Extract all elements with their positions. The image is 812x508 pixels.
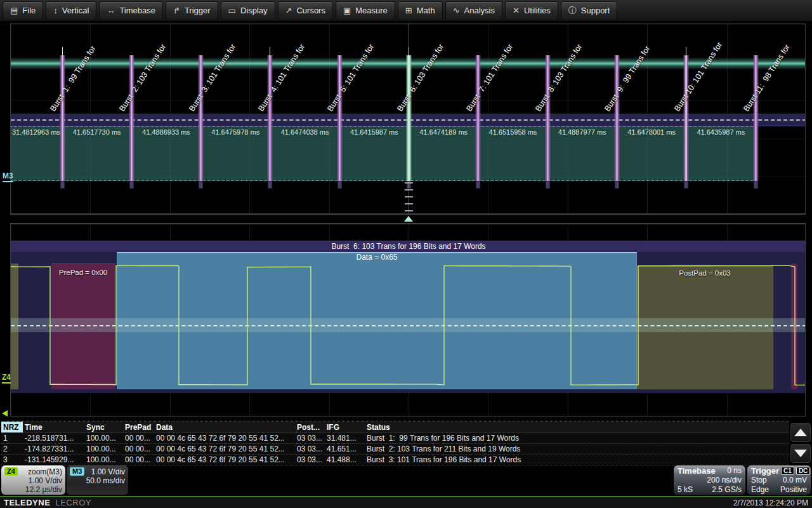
table-row[interactable]: 3 -131.145929... 100.00... 00 00... 00 0… xyxy=(1,455,789,465)
menu-utilities[interactable]: ✕Utilities xyxy=(505,1,558,20)
z4-trace-label[interactable]: Z4 xyxy=(2,373,11,384)
menu-label: Analysis xyxy=(464,6,495,15)
cell-status: Burst 3: 101 Trans for 196 Bits and 17 W… xyxy=(365,455,789,464)
burst-annotation: Burst 8: 103 Trans for xyxy=(534,43,584,113)
interval-time-value: 41.6517730 ms xyxy=(73,128,121,136)
z4-tdiv: 12.2 µs/div xyxy=(4,485,62,494)
cell-nrz: 3 xyxy=(1,455,23,464)
up-arrow-icon xyxy=(794,429,807,436)
column-header-sync: Sync xyxy=(84,423,123,432)
burst-marker xyxy=(267,55,273,181)
trigger-mode: Stop xyxy=(751,476,767,485)
z4-badge: Z4 xyxy=(4,467,18,476)
burst-marker xyxy=(545,55,551,181)
interval-time-value: 41.6415987 ms xyxy=(350,128,398,136)
horizontal-arrows-icon: ↔ xyxy=(107,6,115,15)
menu-label: Timebase xyxy=(119,6,155,15)
menu-label: Vertical xyxy=(62,6,89,15)
burst-marker xyxy=(614,55,620,181)
trigger-position-icon[interactable] xyxy=(404,216,413,222)
menu-file[interactable]: ▤File xyxy=(3,1,43,20)
burst-annotation: Burst 4: 101 Trans for xyxy=(256,43,306,113)
vertical-arrows-icon: ↕ xyxy=(53,6,58,15)
m3-trace-label[interactable]: M3 xyxy=(3,171,13,182)
timebase-title: Timebase xyxy=(678,466,716,476)
down-arrow-icon xyxy=(794,450,807,457)
m3-tdiv: 50.0 ms/div xyxy=(70,476,125,485)
column-header-ifg: IFG xyxy=(325,423,365,432)
menu-math[interactable]: ⊞Math xyxy=(398,1,443,20)
burst-annotation: Burst 7: 101 Trans for xyxy=(464,43,514,113)
menu-label: Math xyxy=(417,6,435,15)
menu-display[interactable]: ▭Display xyxy=(221,1,275,20)
menu-support[interactable]: ⓘSupport xyxy=(561,1,618,20)
timebase-rate: 2.5 GS/s xyxy=(712,485,742,495)
brand-lecroy: LECROY xyxy=(55,498,91,507)
table-scroll-down-button[interactable] xyxy=(790,444,811,463)
menu-vertical[interactable]: ↕Vertical xyxy=(46,1,96,20)
table-row[interactable]: 1 -218.518731... 100.00... 00 00... 00 0… xyxy=(1,433,789,444)
burst-annotation: Burst 5: 101 Trans for xyxy=(325,43,376,113)
trigger-title: Trigger xyxy=(751,466,779,476)
m3-vdiv: 1.00 V/div xyxy=(84,467,125,476)
burst-annotation: Burst 3: 101 Trans for xyxy=(187,43,237,113)
trigger-box[interactable]: Trigger C1DC Stop0.0 mV EdgePositive xyxy=(747,465,811,495)
burst-annotation: Burst 6: 103 Trans for xyxy=(395,43,445,113)
burst-marker xyxy=(683,55,689,181)
interval-time-value: 41.6474038 ms xyxy=(281,128,329,136)
menu-label: Support xyxy=(581,6,610,15)
cell-status: Burst 2: 103 Trans for 211 Bits and 19 W… xyxy=(365,444,789,453)
cell-ifg: 41.488... xyxy=(325,455,365,464)
column-header-post: Post... xyxy=(295,423,325,432)
z4-vdiv: 1.00 V/div xyxy=(4,476,62,485)
m3-descriptor-box[interactable]: M3 1.00 V/div 50.0 ms/div xyxy=(67,465,128,495)
cell-post: 03 03... xyxy=(295,434,325,443)
burst-annotation-line1: Burst 6: 103 Trans for 196 Bits and 17 W… xyxy=(11,242,806,251)
table-scroll-up-button[interactable] xyxy=(790,423,811,442)
burst-annotation: Burst 11: 98 Trans for xyxy=(742,43,792,113)
interval-time-value: 41.6475978 ms xyxy=(211,128,259,136)
burst-annotation: Burst 10: 101 Trans for xyxy=(672,41,724,113)
cell-sync: 100.00... xyxy=(84,434,123,443)
z4-descriptor-box[interactable]: Z4 zoom(M3) 1.00 V/div 12.2 µs/div xyxy=(1,465,65,495)
oscilloscope-app: ▤File ↕Vertical ↔Timebase ↱Trigger ▭Disp… xyxy=(0,0,812,508)
cell-prepad: 00 00... xyxy=(123,444,154,453)
cell-time: -218.518731... xyxy=(23,434,84,443)
column-header-data: Data xyxy=(154,423,295,432)
trigger-slope: Positive xyxy=(780,485,807,495)
column-header-time: Time xyxy=(23,423,84,432)
timebase-samples: 5 kS xyxy=(678,485,693,495)
burst-marker xyxy=(753,55,759,181)
monitor-icon: ▭ xyxy=(228,6,236,15)
menu-analysis[interactable]: ∿Analysis xyxy=(445,1,502,20)
column-header-nrz[interactable]: NRZ xyxy=(1,422,23,432)
menu-label: Trigger xyxy=(185,6,211,15)
tools-icon: ✕ xyxy=(513,6,520,15)
burst-marker xyxy=(337,55,343,181)
trace-offscreen-arrow-icon xyxy=(2,410,8,417)
table-row[interactable]: 2 -174.827331... 100.00... 00 00... 00 0… xyxy=(1,444,789,455)
upper-waveform-panel[interactable]: Burst 1: 99 Trans for Burst 2: 103 Trans… xyxy=(10,23,806,214)
cell-nrz: 2 xyxy=(1,444,23,453)
menu-timebase[interactable]: ↔Timebase xyxy=(99,1,163,20)
menu-label: Display xyxy=(240,6,268,15)
burst-marker xyxy=(60,55,65,181)
timebase-box[interactable]: Timebase0 ns 200 ns/div 5 kS2.5 GS/s xyxy=(674,465,745,495)
cell-time: -131.145929... xyxy=(23,455,84,464)
info-icon: ⓘ xyxy=(568,6,577,15)
interval-time-value: 41.6515958 ms xyxy=(489,128,537,136)
menu-trigger[interactable]: ↱Trigger xyxy=(166,1,218,20)
prepad-label: PrePad = 0x00 xyxy=(59,269,107,276)
menu-label: Measure xyxy=(355,6,388,15)
decode-table: NRZ Time Sync PrePad Data Post... IFG St… xyxy=(1,421,789,465)
trigger-source-badge: C1 xyxy=(781,467,794,475)
cell-ifg: 41.651... xyxy=(325,444,365,453)
zoom-waveform-panel[interactable]: Burst 6: 103 Trans for 196 Bits and 17 W… xyxy=(10,224,806,417)
menu-measure[interactable]: ▣Measure xyxy=(336,1,395,20)
menu-cursors[interactable]: ↗Cursors xyxy=(278,1,333,20)
burst-annotation-line2: Data = 0x65 xyxy=(117,253,637,262)
burst-annotation: Burst 2: 103 Trans for xyxy=(118,43,168,113)
cell-sync: 100.00... xyxy=(84,444,123,453)
cursor-arrow-icon: ↗ xyxy=(285,6,292,15)
menu-label: Cursors xyxy=(296,6,325,15)
